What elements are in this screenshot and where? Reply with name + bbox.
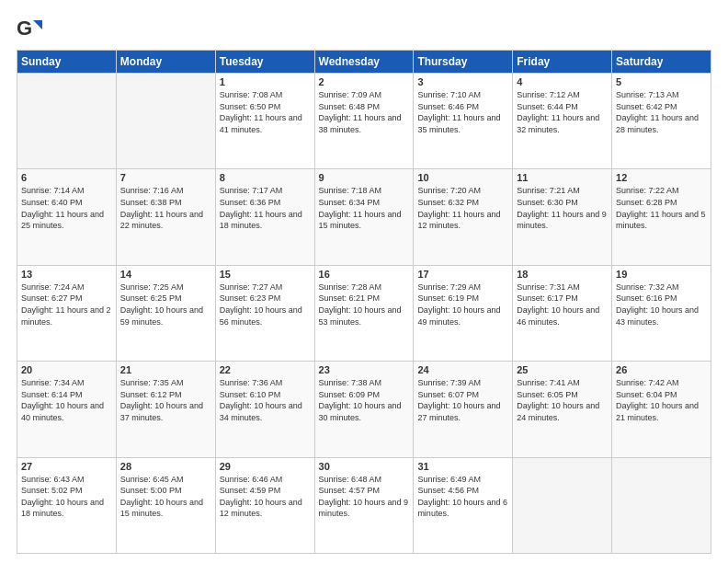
calendar-cell: 18Sunrise: 7:31 AM Sunset: 6:17 PM Dayli… bbox=[513, 265, 612, 361]
day-number: 21 bbox=[120, 364, 211, 375]
calendar-cell: 13Sunrise: 7:24 AM Sunset: 6:27 PM Dayli… bbox=[17, 265, 117, 361]
calendar-cell: 8Sunrise: 7:17 AM Sunset: 6:36 PM Daylig… bbox=[215, 169, 314, 265]
day-number: 28 bbox=[120, 461, 211, 472]
day-number: 24 bbox=[417, 364, 508, 375]
day-info: Sunrise: 6:48 AM Sunset: 4:57 PM Dayligh… bbox=[319, 474, 410, 520]
calendar-day-header: Saturday bbox=[612, 51, 711, 74]
calendar-cell: 20Sunrise: 7:34 AM Sunset: 6:14 PM Dayli… bbox=[17, 362, 117, 457]
calendar-cell: 17Sunrise: 7:29 AM Sunset: 6:19 PM Dayli… bbox=[414, 265, 513, 361]
day-number: 9 bbox=[319, 172, 410, 183]
calendar-cell: 28Sunrise: 6:45 AM Sunset: 5:00 PM Dayli… bbox=[116, 457, 215, 553]
calendar-cell: 27Sunrise: 6:43 AM Sunset: 5:02 PM Dayli… bbox=[17, 457, 117, 553]
calendar-cell: 7Sunrise: 7:16 AM Sunset: 6:38 PM Daylig… bbox=[116, 169, 215, 265]
calendar-cell: 6Sunrise: 7:14 AM Sunset: 6:40 PM Daylig… bbox=[17, 169, 117, 265]
calendar-cell: 19Sunrise: 7:32 AM Sunset: 6:16 PM Dayli… bbox=[612, 265, 711, 361]
day-number: 23 bbox=[319, 364, 410, 375]
calendar-cell: 29Sunrise: 6:46 AM Sunset: 4:59 PM Dayli… bbox=[215, 457, 314, 553]
day-info: Sunrise: 7:32 AM Sunset: 6:16 PM Dayligh… bbox=[616, 282, 707, 327]
day-number: 20 bbox=[21, 364, 112, 375]
day-number: 8 bbox=[220, 172, 311, 183]
calendar-cell: 5Sunrise: 7:13 AM Sunset: 6:42 PM Daylig… bbox=[612, 74, 711, 169]
day-info: Sunrise: 6:49 AM Sunset: 4:56 PM Dayligh… bbox=[417, 474, 508, 520]
day-info: Sunrise: 7:29 AM Sunset: 6:19 PM Dayligh… bbox=[417, 282, 508, 327]
svg-text:G: G bbox=[17, 17, 32, 40]
calendar-cell: 26Sunrise: 7:42 AM Sunset: 6:04 PM Dayli… bbox=[612, 362, 711, 457]
day-info: Sunrise: 7:34 AM Sunset: 6:14 PM Dayligh… bbox=[21, 377, 112, 423]
day-info: Sunrise: 7:42 AM Sunset: 6:04 PM Dayligh… bbox=[616, 377, 707, 423]
calendar-cell: 22Sunrise: 7:36 AM Sunset: 6:10 PM Dayli… bbox=[215, 362, 314, 457]
day-number: 16 bbox=[319, 269, 410, 280]
day-number: 5 bbox=[616, 76, 707, 87]
day-info: Sunrise: 7:39 AM Sunset: 6:07 PM Dayligh… bbox=[417, 377, 508, 423]
day-info: Sunrise: 7:28 AM Sunset: 6:21 PM Dayligh… bbox=[319, 282, 410, 327]
day-number: 31 bbox=[417, 461, 508, 472]
calendar-cell: 16Sunrise: 7:28 AM Sunset: 6:21 PM Dayli… bbox=[314, 265, 414, 361]
day-info: Sunrise: 7:41 AM Sunset: 6:05 PM Dayligh… bbox=[517, 377, 608, 423]
day-number: 15 bbox=[220, 269, 311, 280]
day-info: Sunrise: 7:38 AM Sunset: 6:09 PM Dayligh… bbox=[319, 377, 410, 423]
day-number: 14 bbox=[120, 269, 211, 280]
calendar-cell bbox=[17, 74, 117, 169]
day-info: Sunrise: 7:21 AM Sunset: 6:30 PM Dayligh… bbox=[517, 185, 608, 231]
day-number: 30 bbox=[319, 461, 410, 472]
day-number: 10 bbox=[417, 172, 508, 183]
day-info: Sunrise: 7:27 AM Sunset: 6:23 PM Dayligh… bbox=[220, 282, 311, 327]
day-info: Sunrise: 7:14 AM Sunset: 6:40 PM Dayligh… bbox=[21, 185, 112, 231]
day-info: Sunrise: 7:36 AM Sunset: 6:10 PM Dayligh… bbox=[220, 377, 311, 423]
day-number: 27 bbox=[21, 461, 112, 472]
calendar-cell: 11Sunrise: 7:21 AM Sunset: 6:30 PM Dayli… bbox=[513, 169, 612, 265]
day-info: Sunrise: 7:09 AM Sunset: 6:48 PM Dayligh… bbox=[319, 89, 410, 135]
calendar-cell: 10Sunrise: 7:20 AM Sunset: 6:32 PM Dayli… bbox=[414, 169, 513, 265]
day-info: Sunrise: 7:12 AM Sunset: 6:44 PM Dayligh… bbox=[517, 89, 608, 135]
day-info: Sunrise: 7:31 AM Sunset: 6:17 PM Dayligh… bbox=[517, 282, 608, 327]
day-number: 2 bbox=[319, 76, 410, 87]
calendar-week-row: 13Sunrise: 7:24 AM Sunset: 6:27 PM Dayli… bbox=[17, 265, 711, 361]
calendar-week-row: 27Sunrise: 6:43 AM Sunset: 5:02 PM Dayli… bbox=[17, 457, 711, 553]
calendar-week-row: 6Sunrise: 7:14 AM Sunset: 6:40 PM Daylig… bbox=[17, 169, 711, 265]
logo: G bbox=[17, 17, 46, 42]
day-info: Sunrise: 7:22 AM Sunset: 6:28 PM Dayligh… bbox=[616, 185, 707, 231]
day-info: Sunrise: 6:45 AM Sunset: 5:00 PM Dayligh… bbox=[120, 474, 211, 520]
day-info: Sunrise: 7:16 AM Sunset: 6:38 PM Dayligh… bbox=[120, 185, 211, 231]
calendar-cell: 4Sunrise: 7:12 AM Sunset: 6:44 PM Daylig… bbox=[513, 74, 612, 169]
calendar-day-header: Friday bbox=[513, 51, 612, 74]
calendar-cell: 31Sunrise: 6:49 AM Sunset: 4:56 PM Dayli… bbox=[414, 457, 513, 553]
day-info: Sunrise: 6:43 AM Sunset: 5:02 PM Dayligh… bbox=[21, 474, 112, 520]
day-number: 4 bbox=[517, 76, 608, 87]
calendar-day-header: Wednesday bbox=[314, 51, 414, 74]
day-number: 18 bbox=[517, 269, 608, 280]
calendar-cell: 30Sunrise: 6:48 AM Sunset: 4:57 PM Dayli… bbox=[314, 457, 414, 553]
day-number: 11 bbox=[517, 172, 608, 183]
day-number: 26 bbox=[616, 364, 707, 375]
day-number: 22 bbox=[220, 364, 311, 375]
calendar-cell: 23Sunrise: 7:38 AM Sunset: 6:09 PM Dayli… bbox=[314, 362, 414, 457]
calendar-cell: 12Sunrise: 7:22 AM Sunset: 6:28 PM Dayli… bbox=[612, 169, 711, 265]
calendar-day-header: Tuesday bbox=[215, 51, 314, 74]
day-number: 1 bbox=[220, 76, 311, 87]
calendar-day-header: Monday bbox=[116, 51, 215, 74]
calendar-day-header: Thursday bbox=[414, 51, 513, 74]
day-info: Sunrise: 7:17 AM Sunset: 6:36 PM Dayligh… bbox=[220, 185, 311, 231]
calendar-cell: 14Sunrise: 7:25 AM Sunset: 6:25 PM Dayli… bbox=[116, 265, 215, 361]
logo-icon: G bbox=[17, 17, 42, 42]
day-number: 7 bbox=[120, 172, 211, 183]
calendar-week-row: 1Sunrise: 7:08 AM Sunset: 6:50 PM Daylig… bbox=[17, 74, 711, 169]
day-number: 3 bbox=[417, 76, 508, 87]
calendar-cell: 3Sunrise: 7:10 AM Sunset: 6:46 PM Daylig… bbox=[414, 74, 513, 169]
calendar-cell: 9Sunrise: 7:18 AM Sunset: 6:34 PM Daylig… bbox=[314, 169, 414, 265]
day-number: 12 bbox=[616, 172, 707, 183]
day-number: 29 bbox=[220, 461, 311, 472]
calendar-header-row: SundayMondayTuesdayWednesdayThursdayFrid… bbox=[17, 51, 711, 74]
day-info: Sunrise: 7:25 AM Sunset: 6:25 PM Dayligh… bbox=[120, 282, 211, 327]
calendar-cell: 24Sunrise: 7:39 AM Sunset: 6:07 PM Dayli… bbox=[414, 362, 513, 457]
calendar-cell: 2Sunrise: 7:09 AM Sunset: 6:48 PM Daylig… bbox=[314, 74, 414, 169]
calendar-day-header: Sunday bbox=[17, 51, 117, 74]
calendar-week-row: 20Sunrise: 7:34 AM Sunset: 6:14 PM Dayli… bbox=[17, 362, 711, 457]
calendar-cell: 15Sunrise: 7:27 AM Sunset: 6:23 PM Dayli… bbox=[215, 265, 314, 361]
calendar-cell bbox=[513, 457, 612, 553]
day-info: Sunrise: 6:46 AM Sunset: 4:59 PM Dayligh… bbox=[220, 474, 311, 520]
calendar-cell bbox=[116, 74, 215, 169]
day-number: 6 bbox=[21, 172, 112, 183]
calendar-cell: 21Sunrise: 7:35 AM Sunset: 6:12 PM Dayli… bbox=[116, 362, 215, 457]
svg-marker-1 bbox=[33, 20, 42, 29]
